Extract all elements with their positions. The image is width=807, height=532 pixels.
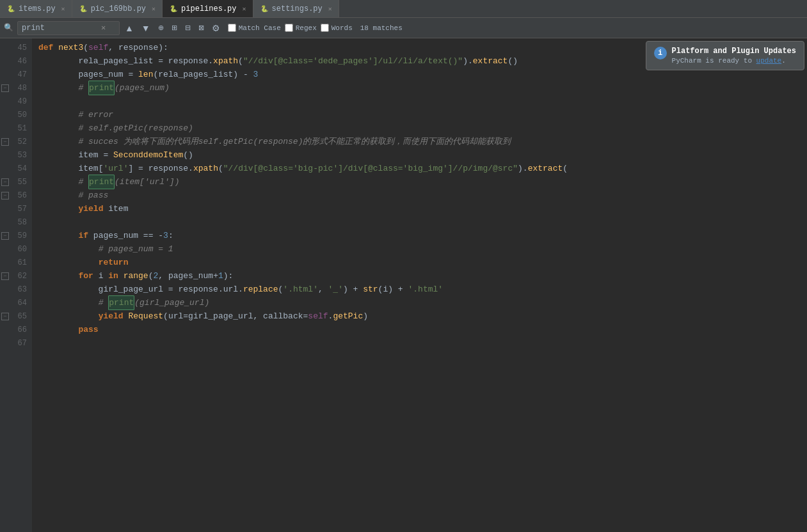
tab-label-settings: settings.py [272,4,323,13]
line-60: 60 [0,242,32,256]
line-61: 61 [0,256,32,269]
words-option[interactable]: Words [321,24,353,32]
line-58: 58 [0,215,32,229]
match-case-checkbox[interactable] [228,24,236,32]
search-options: Match Case Regex Words [228,24,353,32]
tab-pipelines[interactable]: 🐍 pipelines.py ✕ [163,0,253,17]
line-numbers: 45 46 47 − 48 49 50 51 − 52 53 54 − 55 − [0,38,32,532]
fold-55[interactable]: − [1,178,9,186]
line-65: − 65 [0,309,32,323]
tab-bar: 🐍 items.py ✕ 🐍 pic_169bb.py ✕ 🐍 pipeline… [0,0,807,18]
code-line-54: item['url'] = response.xpath("//div[@cla… [32,162,807,175]
code-line-56: # pass [32,189,807,202]
line-56: − 56 [0,189,32,202]
notification-icon: i [654,47,667,59]
search-clear-button[interactable]: ✕ [101,23,106,33]
code-line-53: item = SeconddemoItem() [32,148,807,162]
tab-label-items: items.py [19,4,56,13]
python-icon-settings: 🐍 [260,4,269,13]
tab-settings[interactable]: 🐍 settings.py ✕ [253,0,339,17]
line-67: 67 [0,336,32,350]
tab-label-pipelines: pipelines.py [181,4,236,13]
code-area: 45 46 47 − 48 49 50 51 − 52 53 54 − 55 − [0,38,807,532]
line-49: 49 [0,95,32,108]
fold-62[interactable]: − [1,272,9,280]
notification-body-text: PyCharm is ready to [672,57,756,65]
code-line-62: for i in range(2, pages_num+1): [32,269,807,283]
code-line-65: yield Request(url=girl_page_url, callbac… [32,309,807,323]
code-line-63: girl_page_url = response.url.replace('.h… [32,283,807,296]
notification-popup: i Platform and Plugin Updates PyCharm is… [646,41,804,70]
tab-close-pipelines[interactable]: ✕ [243,5,246,13]
code-line-61: return [32,256,807,269]
code-line-58 [32,215,807,229]
search-icon: 🔍 [4,23,13,33]
notification-text: PyCharm is ready to update. [672,57,796,65]
search-filter-button[interactable]: ⊕ [156,22,166,33]
python-icon-items: 🐍 [6,4,15,13]
search-input-wrap: ✕ [17,21,120,35]
fold-56[interactable]: − [1,192,9,199]
line-50: 50 [0,108,32,121]
words-checkbox[interactable] [321,24,329,32]
notification-body: Platform and Plugin Updates PyCharm is r… [672,47,796,65]
match-case-option[interactable]: Match Case [228,24,281,32]
search-input[interactable] [22,24,99,33]
tab-label-pic169: pic_169bb.py [91,4,146,13]
notification-title: Platform and Plugin Updates [672,47,796,56]
search-toggle2-button[interactable]: ⊟ [182,22,193,33]
match-case-label: Match Case [239,24,281,32]
search-prev-button[interactable]: ▲ [122,22,136,35]
search-toggle3-button[interactable]: ⊠ [196,22,207,33]
notification-body-suffix: . [781,57,786,65]
search-next-button[interactable]: ▼ [139,22,153,35]
code-line-51: # self.getPic(response) [32,121,807,135]
code-content: def next3(self, response): rela_pages_li… [32,38,807,532]
search-settings-button[interactable]: ⚙ [209,22,223,35]
line-66: 66 [0,323,32,336]
line-55: − 55 [0,175,32,189]
matches-count: 18 matches [360,24,403,32]
line-51: 51 [0,121,32,135]
regex-option[interactable]: Regex [285,24,317,32]
code-line-50: # error [32,108,807,121]
tab-items[interactable]: 🐍 items.py ✕ [0,0,72,17]
code-line-60: # pages_num = 1 [32,242,807,256]
line-57: 57 [0,202,32,215]
line-54: 54 [0,162,32,175]
regex-checkbox[interactable] [285,24,293,32]
python-icon-pipelines: 🐍 [169,4,178,13]
line-52: − 52 [0,135,32,148]
regex-label: Regex [296,24,317,32]
code-line-64: # print(girl_page_url) [32,296,807,309]
line-45: 45 [0,41,32,54]
line-64: 64 [0,296,32,309]
code-line-57: yield item [32,202,807,215]
code-line-49 [32,95,807,108]
tab-close-items[interactable]: ✕ [61,5,65,13]
line-53: 53 [0,148,32,162]
tab-close-pic169[interactable]: ✕ [152,5,156,13]
fold-65[interactable]: − [1,313,9,320]
search-bar: 🔍 ✕ ▲ ▼ ⊕ ⊞ ⊟ ⊠ ⚙ Match Case Regex Words… [0,18,807,38]
code-line-52: # succes 为啥将下面的代码用self.getPic(response)的… [32,135,807,148]
notification-update-link[interactable]: update [756,57,782,65]
line-47: 47 [0,68,32,81]
words-label: Words [332,24,353,32]
line-62: − 62 [0,269,32,283]
fold-52[interactable]: − [1,138,9,146]
code-line-48: # print(pages_num) [32,81,807,95]
line-63: 63 [0,283,32,296]
tab-close-settings[interactable]: ✕ [328,5,332,13]
code-line-66: pass [32,323,807,336]
fold-59[interactable]: − [1,232,9,240]
search-toggle1-button[interactable]: ⊞ [169,22,180,33]
line-59: − 59 [0,229,32,242]
code-line-59: if pages_num == -3: [32,229,807,242]
code-line-67 [32,336,807,350]
tab-pic169[interactable]: 🐍 pic_169bb.py ✕ [72,0,163,17]
python-icon-pic169: 🐍 [79,4,88,13]
fold-48[interactable]: − [1,84,9,92]
line-46: 46 [0,54,32,68]
code-line-55: # print(item['url']) [32,175,807,189]
